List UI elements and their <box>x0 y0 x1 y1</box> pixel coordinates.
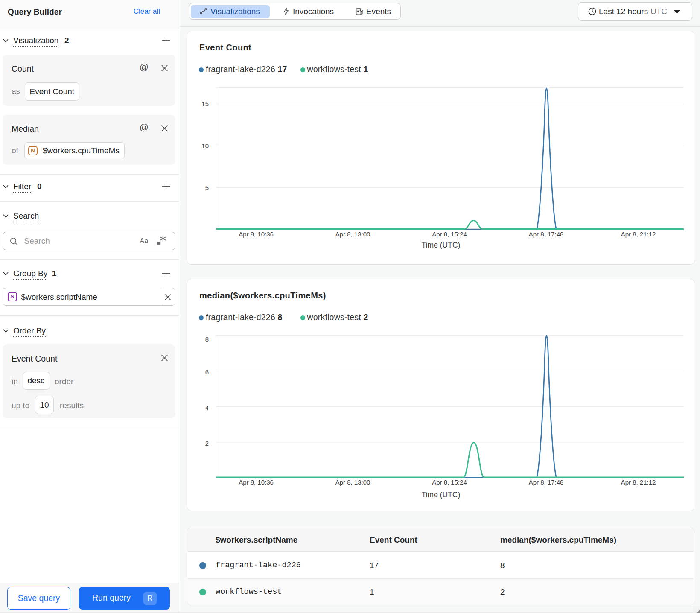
svg-text:6: 6 <box>205 368 209 376</box>
svg-text:Apr 8, 15:24: Apr 8, 15:24 <box>432 479 467 486</box>
svg-text:Apr 8, 13:00: Apr 8, 13:00 <box>335 479 370 486</box>
svg-text:2: 2 <box>205 440 209 447</box>
svg-text:Apr 8, 15:24: Apr 8, 15:24 <box>432 231 467 238</box>
svg-text:10: 10 <box>201 142 209 149</box>
svg-text:Apr 8, 10:36: Apr 8, 10:36 <box>239 231 274 238</box>
svg-text:5: 5 <box>205 184 209 191</box>
svg-text:Apr 8, 17:48: Apr 8, 17:48 <box>529 479 564 486</box>
svg-text:8: 8 <box>205 336 209 343</box>
svg-text:Apr 8, 21:12: Apr 8, 21:12 <box>621 479 656 486</box>
svg-text:Apr 8, 13:00: Apr 8, 13:00 <box>335 231 370 238</box>
svg-text:4: 4 <box>205 404 209 412</box>
svg-text:Apr 8, 10:36: Apr 8, 10:36 <box>239 479 274 486</box>
svg-text:Apr 8, 21:12: Apr 8, 21:12 <box>621 231 656 238</box>
svg-text:15: 15 <box>201 100 209 108</box>
svg-text:Time (UTC): Time (UTC) <box>422 241 461 249</box>
svg-text:Time (UTC): Time (UTC) <box>422 490 461 499</box>
svg-text:Apr 8, 17:48: Apr 8, 17:48 <box>529 231 564 238</box>
